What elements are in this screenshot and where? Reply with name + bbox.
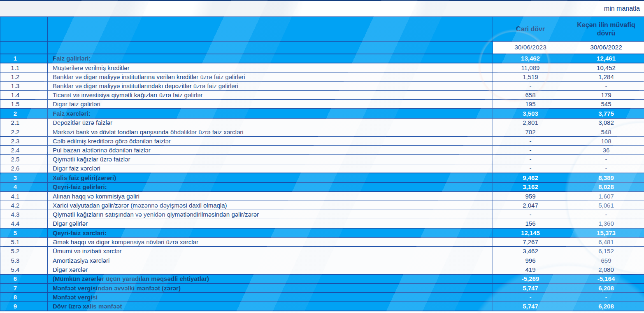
row-label: Dövr üzrə xalis mənfəət [48,302,493,311]
table-row: 2.2 Mərkəzi bank və dövlət fondları qarş… [0,127,644,136]
row-value-previous: 5,061 [568,201,644,210]
row-number: 2 [0,109,48,118]
row-value-current: - [493,155,568,164]
table-row: 1.1 Müştərilərə verilmiş kreditlər 11,08… [0,63,644,72]
row-number: 4.3 [0,210,48,219]
row-value-previous: -5,164 [568,274,644,283]
table-row: 2.3 Cəlb edilmiş kreditlərə görə ödənilə… [0,136,644,145]
row-value-previous: 6,208 [568,302,644,311]
row-label: Qeyri-faiz xərcləri: [48,228,493,237]
row-number: 5.3 [0,256,48,265]
row-number: 2.5 [0,155,48,164]
table-row: 5.2 Ümumi və inzibati xərclər 3,462 6,15… [0,247,644,256]
row-label: Qiymətli kağızlar üzrə faizlər [48,155,493,164]
table-row: 4.4 Digər gəlirlər 156 1,360 [0,219,644,228]
row-value-current: 5,747 [493,283,568,292]
row-number: 5.1 [0,237,48,246]
row-value-current: 3,162 [493,182,568,192]
row-label: Digər faiz xərcləri [48,164,493,173]
row-value-current: 3,462 [493,247,568,256]
row-value-previous: 1,607 [568,192,644,201]
table-row: 1.2 Banklar və digər maliyyə institutlar… [0,72,644,81]
row-number: 5.2 [0,247,48,256]
row-value-previous: 659 [568,256,644,265]
date-previous: 30/06/2022 [568,42,644,54]
row-value-previous: 36 [568,145,644,154]
date-row: 30/06/2023 30/06/2022 [0,42,644,54]
row-number: 2.3 [0,136,48,145]
row-value-previous: - [568,155,644,164]
row-number: 1.3 [0,81,48,90]
row-label: Depozitlər üzrə faizlər [48,118,493,127]
row-number: 1.4 [0,91,48,100]
row-label: Xarici valyutadan gəlir/zərər (məzənnə d… [48,201,493,210]
row-value-previous: 1,284 [568,72,644,81]
header-number-cell [0,17,48,42]
row-number: 1.1 [0,63,48,72]
row-value-current: 3,503 [493,109,568,118]
row-value-current: 2,047 [493,201,568,210]
row-value-previous: 2,080 [568,265,644,274]
row-value-current: 195 [493,100,568,109]
row-number: 1 [0,54,48,63]
row-label: Digər xərclər [48,265,493,274]
row-value-previous: 108 [568,136,644,145]
table-row: 8 Mənfəət vergisi - - [0,292,644,301]
row-value-previous: 10,452 [568,63,644,72]
row-label: Ümumi və inzibati xərclər [48,247,493,256]
row-label: (Mümkün zərərlər üçün yaradılan məqsədli… [48,274,493,283]
row-value-previous: 15,373 [568,228,644,237]
row-number: 4 [0,182,48,192]
table-row: 4.1 Alınan haqq və kommisiya gəliri 959 … [0,192,644,201]
table-row: 2.5 Qiymətli kağızlar üzrə faizlər - - [0,155,644,164]
row-label: Faiz xərcləri: [48,109,493,118]
row-value-previous: - [568,81,644,90]
row-label: Digər faiz gəlirləri [48,100,493,109]
table-row: 3 Xalis faiz gəliri(zərəri) 9,462 8,389 [0,173,644,182]
column-header-row: Cari dövr Keçən ilin müvafiq dövrü [0,17,644,42]
row-value-previous: 6,152 [568,247,644,256]
row-label: Əmək haqqı və digər kompensiya növləri ü… [48,237,493,246]
row-label: Qeyri-faiz gəlirləri: [48,182,493,192]
table-row: 2 Faiz xərcləri: 3,503 3,775 [0,109,644,118]
row-value-previous: 179 [568,91,644,100]
row-value-current: 658 [493,91,568,100]
row-label: Xalis faiz gəliri(zərəri) [48,173,493,182]
table-row: 7 Mənfəət vergisindən əvvəlki mənfəət (z… [0,283,644,292]
row-value-current: 11,089 [493,63,568,72]
row-value-current: - [493,136,568,145]
header-previous-period: Keçən ilin müvafiq dövrü [568,17,644,42]
row-value-previous: 8,389 [568,173,644,182]
row-value-current: 12,145 [493,228,568,237]
row-value-previous: 3,082 [568,118,644,127]
row-number: 1.2 [0,72,48,81]
row-label: Digər gəlirlər [48,219,493,228]
table-row: 1 Faiz gəlirləri: 13,462 12,461 [0,54,644,63]
row-value-current: - [493,164,568,173]
table-row: 5.3 Amortizasiya xərcləri 996 659 [0,256,644,265]
row-label: Faiz gəlirləri: [48,54,493,63]
table-row: 4 Qeyri-faiz gəlirləri: 3,162 8,028 [0,182,644,192]
row-number: 1.5 [0,100,48,109]
row-number: 2.2 [0,127,48,136]
row-label: Pul bazarı alətlərinə ödənilən faizlər [48,145,493,154]
row-number: 5.4 [0,265,48,274]
row-value-current: 2,801 [493,118,568,127]
row-number: 8 [0,292,48,301]
row-number: 2.1 [0,118,48,127]
row-number: 5 [0,228,48,237]
header-label-cell [48,17,493,42]
date-filler-cell [48,42,493,54]
table-row: 1.3 Banklar və digər maliyyə institutlar… [0,81,644,90]
row-number: 2.4 [0,145,48,154]
row-value-previous: 6,481 [568,237,644,246]
row-value-previous: 545 [568,100,644,109]
row-value-current: - [493,292,568,301]
unit-label: min manatla [604,5,640,12]
row-number: 3 [0,173,48,182]
row-label: Mənfəət vergisi [48,292,493,301]
row-value-current: 1,519 [493,72,568,81]
table-row: 2.6 Digər faiz xərcləri - - [0,164,644,173]
row-number: 4.4 [0,219,48,228]
row-label: Cəlb edilmiş kreditlərə görə ödənilən fa… [48,136,493,145]
